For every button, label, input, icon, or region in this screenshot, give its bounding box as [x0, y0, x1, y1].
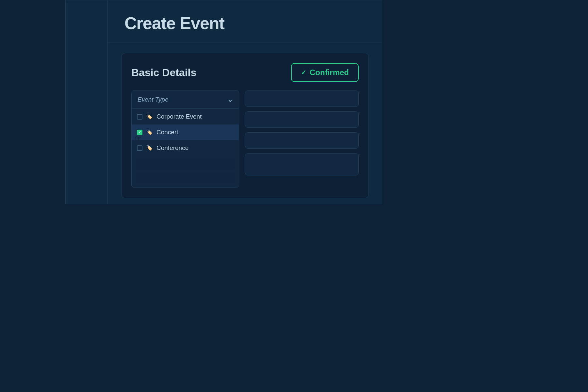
dropdown-placeholder-text: Event Type: [138, 96, 169, 103]
checkbox-concert[interactable]: ✓: [137, 130, 142, 135]
checkbox-corporate[interactable]: [137, 114, 142, 120]
list-item[interactable]: ✓ 🏷️ Concert ☞: [132, 124, 239, 140]
confirmed-label: Confirmed: [310, 68, 349, 77]
confirmed-button[interactable]: ✓ Confirmed: [291, 63, 359, 82]
input-field-3[interactable]: [245, 132, 359, 149]
right-fields: [245, 90, 359, 175]
form-body: Event Type ⌄ 🏷️ Corporate Event: [131, 90, 359, 188]
basic-details-card: Basic Details ✓ Confirmed Event Type ⌄: [121, 53, 369, 198]
tag-icon-concert: 🏷️: [146, 129, 153, 135]
dropdown-placeholder-row-1: [136, 158, 235, 170]
section-title: Basic Details: [131, 67, 196, 79]
event-type-dropdown-container: Event Type ⌄ 🏷️ Corporate Event: [131, 90, 239, 188]
conference-label: Conference: [156, 144, 188, 152]
tag-icon-corporate: 🏷️: [146, 114, 153, 120]
main-panel: Create Event Basic Details ✓ Confirmed: [108, 0, 382, 204]
dropdown-placeholder-row-2: [136, 172, 235, 183]
tag-icon-conference: 🏷️: [146, 145, 153, 151]
form-area: Basic Details ✓ Confirmed Event Type ⌄: [108, 42, 382, 209]
card-header: Basic Details ✓ Confirmed: [131, 63, 359, 82]
sidebar-panel: [65, 0, 108, 204]
page-title: Create Event: [124, 13, 366, 33]
corporate-event-label: Corporate Event: [156, 113, 202, 120]
checkbox-conference[interactable]: [137, 145, 142, 151]
list-item[interactable]: 🏷️ Corporate Event: [132, 109, 239, 124]
input-field-4[interactable]: [245, 153, 359, 175]
event-type-dropdown-trigger[interactable]: Event Type ⌄: [131, 90, 239, 109]
event-type-dropdown-list: 🏷️ Corporate Event ✓ 🏷️ Concert ☞: [131, 109, 239, 188]
input-field-1[interactable]: [245, 90, 359, 107]
chevron-down-icon: ⌄: [227, 96, 233, 104]
page-header: Create Event: [108, 0, 382, 42]
list-item[interactable]: 🏷️ Conference: [132, 140, 239, 156]
check-icon: ✓: [301, 69, 306, 76]
input-field-2[interactable]: [245, 111, 359, 128]
concert-label: Concert: [156, 129, 178, 136]
